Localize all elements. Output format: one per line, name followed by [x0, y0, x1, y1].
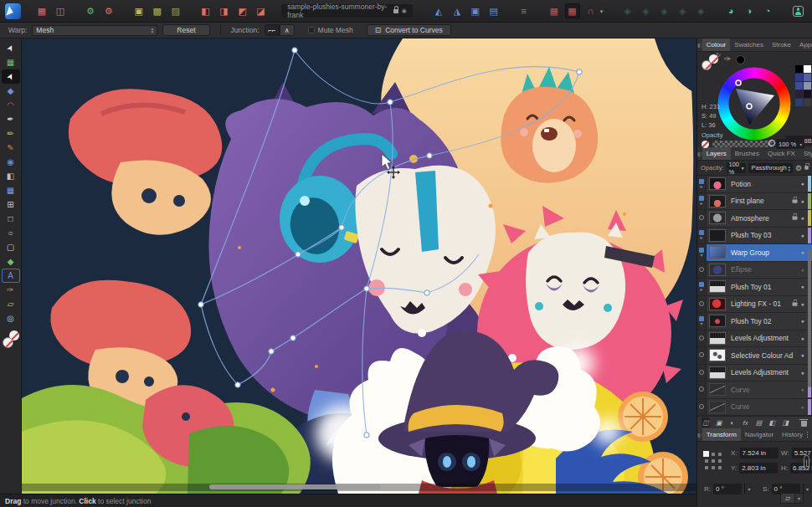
artboard-layout-icon[interactable]: ◫: [53, 3, 68, 18]
rounded-rectangle-tool[interactable]: ▢: [2, 240, 20, 254]
transform-panel-menu-icon[interactable]: [807, 432, 808, 438]
layer-edit-dot[interactable]: ●: [801, 301, 804, 307]
history[interactable]: History: [778, 428, 807, 441]
layer-name[interactable]: Selective Colour Ad: [731, 351, 799, 360]
panel-fill-stroke-selector[interactable]: ↻: [701, 54, 719, 71]
link-layer-button[interactable]: ◫: [702, 417, 710, 428]
layer-edit-dot[interactable]: ●: [801, 215, 804, 221]
layer-expand-arrow[interactable]: ▾: [700, 254, 702, 258]
pencil-tool[interactable]: ✏: [2, 126, 20, 141]
geometry-subtract-icon[interactable]: ◑: [742, 3, 757, 18]
warp-select[interactable]: Mesh ▴▾: [32, 25, 157, 36]
snap-object-icon[interactable]: ▨: [168, 3, 183, 18]
layer-row[interactable]: Levels Adjustment ●: [697, 365, 812, 382]
layer-name[interactable]: Levels Adjustment: [731, 368, 799, 376]
lock-children-icon[interactable]: [804, 166, 808, 170]
mute-mesh-checkbox[interactable]: Mute Mesh: [308, 26, 353, 34]
geometry-xor-icon[interactable]: ◔: [760, 3, 775, 18]
convert-to-curves-button[interactable]: ⊡ Convert to Curves: [367, 24, 451, 36]
layer-thumbnail[interactable]: [709, 280, 726, 293]
layer-visibility-toggle[interactable]: [699, 316, 704, 321]
layer-name[interactable]: Atmosphere: [731, 214, 792, 223]
layer-name[interactable]: Ellipse: [731, 265, 799, 274]
pixel-align-icon[interactable]: ▦: [565, 3, 580, 18]
layer-visibility-toggle[interactable]: [699, 248, 704, 253]
canvas[interactable]: [22, 38, 696, 494]
layers-scrollbar-thumb[interactable]: [808, 249, 811, 387]
layer-expand-arrow[interactable]: ▸: [700, 185, 702, 189]
snap-candidate-3-icon[interactable]: ◈: [656, 3, 671, 18]
layer-row[interactable]: Selective Colour Ad ●: [697, 347, 812, 365]
layer-thumbnail[interactable]: [709, 401, 726, 413]
alignment-icon[interactable]: ≡: [516, 3, 532, 18]
junction-smooth-button[interactable]: ∧: [280, 24, 295, 36]
layer-thumbnail[interactable]: [709, 246, 726, 259]
colour-picker-tool[interactable]: ✑: [2, 283, 20, 297]
layer-thumbnail[interactable]: [709, 264, 726, 276]
reset-button[interactable]: Reset: [162, 24, 209, 36]
layer-edit-dot[interactable]: ●: [801, 181, 804, 187]
layer-thumbnail[interactable]: [709, 229, 726, 242]
layer-name[interactable]: Lighting FX - 01: [731, 300, 792, 308]
text-tool[interactable]: A: [2, 269, 20, 283]
arrange-backward-icon[interactable]: ▤: [486, 3, 501, 18]
noise-none-icon[interactable]: [702, 141, 709, 148]
artboard-tool[interactable]: ▦: [2, 55, 20, 69]
layer-edit-dot[interactable]: ●: [801, 370, 804, 376]
fill-colour-well[interactable]: [3, 337, 13, 348]
fill-stroke-selector[interactable]: [2, 330, 20, 349]
swatch[interactable]: [795, 65, 803, 73]
layer-edit-dot[interactable]: ●: [801, 249, 804, 255]
layer-visibility-toggle[interactable]: [699, 267, 704, 272]
layer-thumbnail[interactable]: [709, 195, 726, 207]
boolean-intersect-icon[interactable]: ◩: [234, 3, 249, 18]
mesh-warp-tool[interactable]: ▦: [2, 183, 20, 197]
layers-opacity-select[interactable]: 100 % ▾: [727, 163, 747, 173]
layer-thumbnail[interactable]: [709, 383, 726, 396]
layer-row[interactable]: ▾ Plush Toy 02 ●: [697, 313, 812, 330]
panel-fill-well[interactable]: [702, 60, 712, 70]
layer-visibility-toggle[interactable]: [699, 387, 704, 392]
layer-visibility-toggle[interactable]: [699, 282, 704, 287]
stroke[interactable]: Stroke: [768, 38, 795, 51]
snap-candidate-4-icon[interactable]: ◈: [675, 3, 690, 18]
swatch[interactable]: [795, 99, 803, 106]
shear-chevron[interactable]: ▾: [803, 484, 812, 494]
arrange-forward-icon[interactable]: ▣: [468, 3, 483, 18]
layer-edit-dot[interactable]: ●: [801, 233, 804, 238]
rectangle-tool[interactable]: □: [2, 212, 20, 226]
node-tool[interactable]: ➤: [2, 69, 20, 84]
insert-behind-button[interactable]: ◧: [768, 417, 776, 428]
colour[interactable]: Colour: [702, 38, 731, 51]
swap-colours-icon[interactable]: ↻: [716, 52, 721, 59]
junction-sharp-button[interactable]: ⌐⌐: [265, 24, 280, 36]
transform-mode-chevron[interactable]: ▾: [795, 493, 804, 504]
apps-grid-icon[interactable]: ▦: [34, 3, 49, 18]
opacity-value-select[interactable]: 100 % ▾: [776, 139, 804, 149]
layer-visibility-toggle[interactable]: [699, 404, 704, 409]
layer-row[interactable]: ▸ Plush Toy 03 ●: [697, 228, 812, 245]
layer-edit-dot[interactable]: ●: [801, 352, 804, 358]
layer-edit-dot[interactable]: ●: [801, 404, 804, 410]
point-transform-tool[interactable]: ◆: [2, 84, 20, 98]
boolean-add-icon[interactable]: ◧: [198, 3, 213, 18]
layer-edit-dot[interactable]: ●: [801, 267, 804, 273]
opacity-slider-knob[interactable]: [768, 140, 775, 146]
mask-layer-button[interactable]: ▣: [715, 417, 723, 428]
move-tool[interactable]: ➤: [2, 41, 20, 55]
layer-thumbnail[interactable]: [709, 315, 726, 327]
picked-colour-swatch[interactable]: [736, 55, 745, 64]
account-icon[interactable]: [790, 3, 805, 18]
styles[interactable]: Styles: [799, 147, 812, 160]
flip-horizontal-icon[interactable]: ◭: [431, 3, 446, 18]
colour-wheel[interactable]: [717, 67, 791, 141]
live-filter-button[interactable]: ▤: [755, 417, 763, 428]
layer-name[interactable]: Potion: [731, 180, 799, 188]
blend-mode-select[interactable]: Passthrough ▴▾: [748, 163, 793, 173]
swatch[interactable]: [804, 65, 811, 73]
layer-visibility-toggle[interactable]: [699, 179, 704, 184]
layer-row[interactable]: ▸ First plane ●: [697, 193, 812, 211]
brushes[interactable]: Brushes: [731, 147, 763, 160]
fill-tool[interactable]: ◉: [2, 155, 20, 169]
shape-tool[interactable]: ◆: [2, 254, 20, 269]
